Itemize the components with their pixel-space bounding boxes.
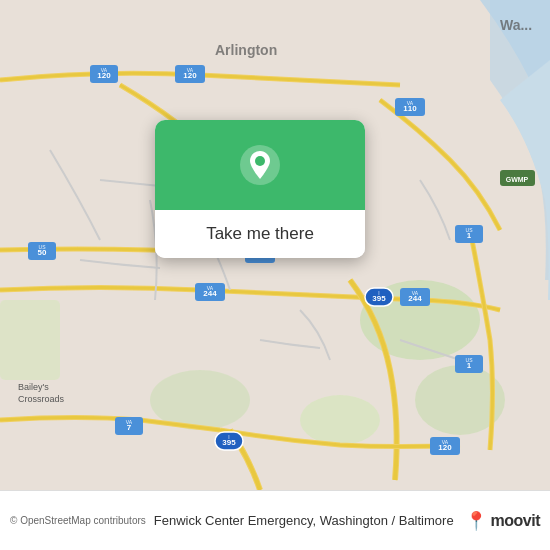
svg-text:VA: VA [126,419,133,425]
svg-text:VA: VA [412,290,419,296]
map-container: 120 VA 50 US 244 VA 244 VA 110 VA 395 I … [0,0,550,490]
svg-text:Crossroads: Crossroads [18,394,65,404]
svg-text:Wa...: Wa... [500,17,532,33]
location-pin-icon [238,143,282,187]
moovit-pin-icon: 📍 [465,510,487,532]
svg-text:VA: VA [187,67,194,73]
svg-text:I: I [378,290,379,296]
svg-text:VA: VA [442,439,449,445]
moovit-logo: 📍 moovit [465,510,540,532]
popup-header [155,120,365,210]
svg-text:US: US [466,227,474,233]
svg-text:I: I [228,434,229,440]
moovit-text: moovit [491,512,540,530]
svg-text:GWMP: GWMP [506,176,529,183]
popup-card: Take me there [155,120,365,258]
svg-text:VA: VA [207,285,214,291]
svg-text:Arlington: Arlington [215,42,277,58]
svg-text:VA: VA [407,100,414,106]
svg-text:US: US [39,244,47,250]
svg-text:US: US [466,357,474,363]
svg-point-52 [255,156,265,166]
take-me-there-button[interactable]: Take me there [155,210,365,258]
location-name: Fenwick Center Emergency, Washington / B… [154,513,454,528]
copyright-text: © OpenStreetMap contributors [10,515,146,526]
svg-point-5 [300,395,380,445]
location-info: Fenwick Center Emergency, Washington / B… [154,513,457,528]
svg-text:VA: VA [101,67,108,73]
svg-rect-3 [0,300,60,380]
svg-text:Bailey's: Bailey's [18,382,49,392]
bottom-bar: © OpenStreetMap contributors Fenwick Cen… [0,490,550,550]
